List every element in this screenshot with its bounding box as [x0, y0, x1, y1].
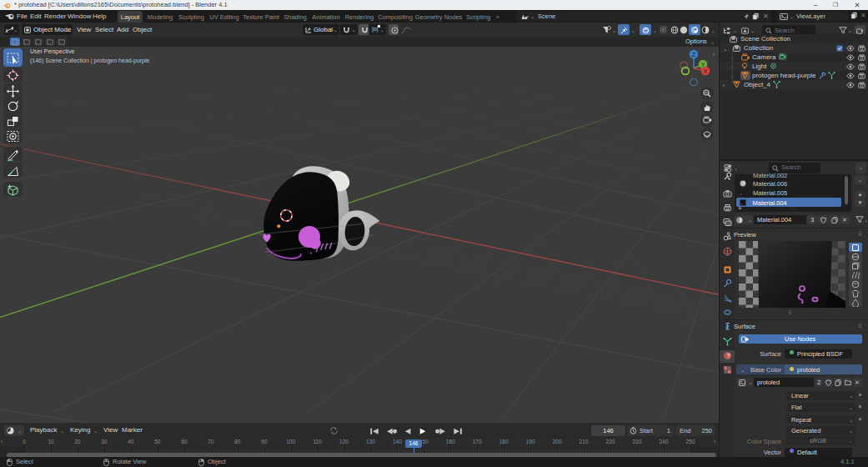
svg-text:X: X: [704, 68, 708, 74]
svg-text:Y: Y: [701, 62, 705, 68]
svg-text:Z: Z: [692, 52, 696, 58]
